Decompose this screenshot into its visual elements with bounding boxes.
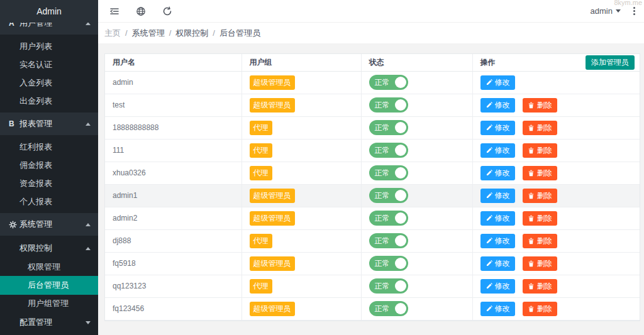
user-menu[interactable]: admin	[591, 6, 621, 16]
status-toggle[interactable]: 正常	[369, 211, 408, 226]
edit-button[interactable]: 修改	[480, 279, 515, 294]
pencil-icon	[486, 305, 492, 312]
site-watermark: 8kym.me	[614, 0, 642, 6]
user-group-badge: 超级管理员	[250, 75, 295, 90]
chevron-down-icon	[86, 321, 91, 324]
edit-button[interactable]: 修改	[480, 234, 515, 248]
table-row: 18888888888 代理 正常 修改 删除	[105, 116, 640, 139]
sidebar-item-realname-auth[interactable]: 实名认证	[0, 55, 98, 74]
chevron-up-icon	[86, 223, 91, 226]
status-toggle[interactable]: 正常	[369, 120, 408, 135]
breadcrumb-separator: /	[125, 28, 128, 38]
status-toggle[interactable]: 正常	[369, 143, 408, 158]
status-toggle[interactable]: 正常	[369, 256, 408, 271]
sidebar-item-user-list[interactable]: 用户列表	[0, 37, 98, 55]
edit-button[interactable]: 修改	[480, 211, 515, 226]
pencil-icon	[486, 283, 492, 290]
table-row: fq123456 超级管理员 正常 修改 删除	[105, 297, 640, 320]
toggle-knob	[395, 258, 406, 269]
admins-table-card: 用户名 用户组 状态 操作 添加管理员	[104, 53, 640, 321]
toggle-knob	[395, 122, 406, 133]
table-row: test 超级管理员 正常 修改 删除	[105, 94, 640, 116]
status-toggle[interactable]: 正常	[369, 278, 408, 294]
add-admin-button[interactable]: 添加管理员	[586, 55, 635, 70]
sidebar-collapse-icon[interactable]	[109, 6, 119, 16]
table-row: fq5918 超级管理员 正常 修改 删除	[105, 252, 640, 275]
edit-button[interactable]: 修改	[480, 121, 515, 135]
breadcrumb-home[interactable]: 主页	[104, 28, 121, 39]
delete-button[interactable]: 删除	[523, 166, 557, 180]
delete-button[interactable]: 删除	[523, 98, 557, 113]
more-options-icon[interactable]	[632, 6, 636, 16]
column-header-actions: 操作 添加管理员	[472, 54, 640, 71]
sidebar-section-system[interactable]: 系统管理	[0, 213, 98, 236]
language-globe-icon[interactable]	[136, 6, 146, 16]
sidebar-section-label: 系统管理	[19, 219, 86, 230]
username-cell: fq123456	[105, 297, 242, 320]
status-toggle[interactable]: 正常	[369, 165, 408, 180]
sidebar-subsection-permission-control[interactable]: 权限控制	[0, 238, 98, 258]
edit-button[interactable]: 修改	[480, 302, 515, 316]
breadcrumb-current: 后台管理员	[219, 28, 260, 39]
sidebar-item-commission-report[interactable]: 佣金报表	[0, 156, 98, 174]
edit-button[interactable]: 修改	[480, 75, 515, 90]
sidebar-item-permission-management[interactable]: 权限管理	[0, 258, 98, 276]
sidebar-item-funds-report[interactable]: 资金报表	[0, 174, 98, 192]
sidebar-item-deposit-list[interactable]: 入金列表	[0, 74, 98, 92]
sidebar-item-user-group-management[interactable]: 用户组管理	[0, 295, 98, 312]
trash-icon	[528, 305, 535, 312]
user-group-badge: 超级管理员	[250, 302, 295, 316]
edit-button[interactable]: 修改	[480, 143, 515, 158]
delete-button[interactable]: 删除	[523, 143, 557, 158]
topbar: admin	[98, 0, 644, 23]
table-row: qq123123 代理 正常 修改 删除	[105, 275, 640, 297]
breadcrumb-separator: /	[169, 28, 172, 38]
breadcrumb-permission[interactable]: 权限控制	[175, 28, 208, 39]
delete-button[interactable]: 删除	[523, 234, 557, 248]
delete-button[interactable]: 删除	[523, 256, 557, 271]
pencil-icon	[486, 260, 492, 267]
edit-button[interactable]: 修改	[480, 98, 515, 113]
reports-submenu: 红利报表 佣金报表 资金报表 个人报表	[0, 135, 98, 213]
user-group-badge: 超级管理员	[250, 256, 295, 271]
delete-button[interactable]: 删除	[523, 121, 557, 135]
status-toggle[interactable]: 正常	[369, 75, 408, 90]
username-label: admin	[591, 6, 613, 16]
status-toggle[interactable]: 正常	[369, 301, 408, 316]
sidebar-subsection-label: 配置管理	[19, 317, 86, 328]
table-header-row: 用户名 用户组 状态 操作 添加管理员	[105, 54, 640, 71]
delete-button[interactable]: 删除	[523, 189, 557, 203]
sidebar-section-reports[interactable]: B 报表管理	[0, 113, 98, 135]
sidebar-item-bonus-report[interactable]: 红利报表	[0, 138, 98, 156]
edit-button[interactable]: 修改	[480, 166, 515, 180]
edit-button[interactable]: 修改	[480, 256, 515, 271]
gear-icon	[9, 221, 19, 229]
edit-button[interactable]: 修改	[480, 189, 515, 203]
user-group-badge: 代理	[250, 234, 272, 248]
sidebar-menu: A 用户管理 用户列表 实名认证 入金列表 出金列表 B 报表管理 红利报表 佣…	[0, 12, 98, 335]
sidebar-item-withdraw-list[interactable]: 出金列表	[0, 92, 98, 110]
sidebar-subsection-config-management[interactable]: 配置管理	[0, 312, 98, 332]
trash-icon	[528, 170, 535, 177]
toggle-knob	[395, 235, 406, 246]
refresh-icon[interactable]	[162, 6, 172, 16]
status-toggle[interactable]: 正常	[369, 233, 408, 248]
username-cell: test	[105, 94, 242, 116]
sidebar-item-backend-admins[interactable]: 后台管理员	[0, 276, 98, 295]
status-toggle[interactable]: 正常	[369, 188, 408, 203]
breadcrumb-system[interactable]: 系统管理	[132, 28, 165, 39]
username-cell: admin	[105, 71, 242, 94]
table-row: admin 超级管理员 正常 修改	[105, 71, 640, 94]
delete-button[interactable]: 删除	[523, 211, 557, 226]
main-area: admin 主页 / 系统管理 / 权限控制 / 后台管理员 用户名	[98, 0, 644, 335]
status-toggle[interactable]: 正常	[369, 97, 408, 113]
sidebar-section-label: 报表管理	[19, 118, 86, 129]
delete-button[interactable]: 删除	[523, 279, 557, 294]
delete-button[interactable]: 删除	[523, 302, 557, 316]
trash-icon	[528, 260, 535, 267]
toggle-knob	[395, 280, 406, 292]
topbar-right: admin	[591, 6, 636, 16]
table-row: xhua0326 代理 正常 修改 删除	[105, 162, 640, 184]
sidebar-item-personal-report[interactable]: 个人报表	[0, 192, 98, 211]
admins-table: 用户名 用户组 状态 操作 添加管理员	[105, 54, 640, 321]
